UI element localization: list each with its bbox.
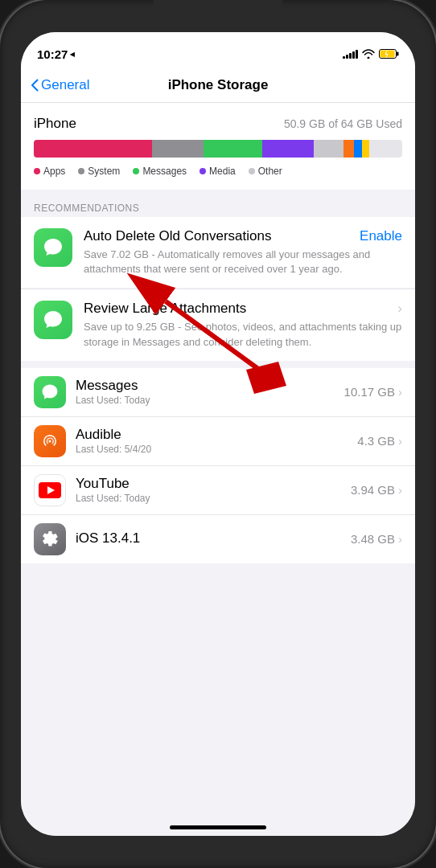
bar-messages <box>204 140 262 158</box>
divider-1 <box>21 362 415 368</box>
battery-icon <box>379 49 399 59</box>
settings-gear-icon <box>40 530 60 549</box>
legend-other: Other <box>249 166 282 177</box>
bar-system <box>152 140 204 158</box>
audible-app-size: 4.3 GB › <box>357 434 402 448</box>
legend-label-messages: Messages <box>142 166 187 177</box>
audible-icon <box>34 425 66 457</box>
messages-icon-svg <box>40 383 60 402</box>
rec-auto-delete-content: Auto Delete Old Conversations Enable Sav… <box>84 228 402 276</box>
ios-app-name: iOS 13.4.1 <box>76 530 341 547</box>
messages-icon <box>34 376 66 408</box>
svg-point-3 <box>49 440 51 442</box>
device-name: iPhone <box>34 116 76 132</box>
legend-system: System <box>78 166 120 177</box>
messages-app-size: 10.17 GB › <box>344 385 402 399</box>
app-item-audible[interactable]: Audible Last Used: 5/4/20 4.3 GB › <box>21 417 415 466</box>
legend-label-apps: Apps <box>43 166 65 177</box>
youtube-app-info: YouTube Last Used: Today <box>76 476 341 504</box>
rec-attachments-desc: Save up to 9.25 GB - See photos, videos,… <box>84 320 402 349</box>
legend-label-media: Media <box>209 166 236 177</box>
rec-attachments-title: Review Large Attachments <box>84 301 246 317</box>
page-title: iPhone Storage <box>168 77 269 93</box>
legend-dot-other <box>249 168 255 174</box>
messages-bubble-icon-2 <box>42 309 64 331</box>
rec-auto-delete-desc: Save 7.02 GB - Automatically removes all… <box>84 248 402 276</box>
messages-app-name: Messages <box>76 378 335 394</box>
legend-dot-apps <box>34 168 40 174</box>
screen: 10:27 ◂ <box>21 32 415 836</box>
messages-last-used: Last Used: Today <box>76 395 335 406</box>
messages-app-icon <box>34 228 72 267</box>
legend-dot-media <box>199 168 206 174</box>
rec-title-row: Auto Delete Old Conversations Enable <box>84 228 402 244</box>
bar-orange <box>343 140 355 158</box>
app-item-messages[interactable]: Messages Last Used: Today 10.17 GB › <box>21 368 415 417</box>
home-indicator <box>170 825 266 829</box>
bar-apps <box>34 140 152 158</box>
youtube-app-size: 3.94 GB › <box>351 483 402 497</box>
chevron-audible: › <box>398 434 402 448</box>
legend-media: Media <box>199 166 236 177</box>
status-bar: 10:27 ◂ <box>21 32 415 68</box>
legend-label-system: System <box>88 166 120 177</box>
legend-messages: Messages <box>133 166 187 177</box>
bar-blue <box>354 140 361 158</box>
messages-app-icon-2 <box>34 301 72 339</box>
storage-legend: Apps System Messages Media <box>34 166 402 177</box>
youtube-last-used: Last Used: Today <box>76 493 341 504</box>
youtube-app-name: YouTube <box>76 476 341 492</box>
bar-other <box>314 140 343 158</box>
storage-header: iPhone 50.9 GB of 64 GB Used <box>34 116 402 132</box>
chevron-messages: › <box>398 385 402 399</box>
bar-media <box>262 140 314 158</box>
notch <box>154 0 282 24</box>
wifi-icon <box>362 49 375 59</box>
rec-attachments-title-row: Review Large Attachments › <box>84 301 402 317</box>
legend-dot-messages <box>133 168 139 174</box>
chevron-ios: › <box>398 532 402 546</box>
rec-card-large-attachments[interactable]: Review Large Attachments › Save up to 9.… <box>21 289 415 360</box>
audible-logo-icon <box>40 432 60 451</box>
audible-last-used: Last Used: 5/4/20 <box>76 444 348 455</box>
back-label: General <box>41 77 89 93</box>
audible-app-name: Audible <box>76 427 348 443</box>
signal-icon <box>343 49 358 59</box>
youtube-logo-icon <box>39 482 61 498</box>
rec-attachments-content: Review Large Attachments › Save up to 9.… <box>84 301 402 349</box>
audible-app-info: Audible Last Used: 5/4/20 <box>76 427 348 455</box>
rec-auto-delete-title: Auto Delete Old Conversations <box>84 228 271 244</box>
recommendations-header: RECOMMENDATIONS <box>21 196 415 217</box>
time-display: 10:27 <box>37 47 68 61</box>
status-icons <box>343 49 399 59</box>
chevron-right-icon: › <box>397 301 402 317</box>
legend-dot-system <box>78 168 84 174</box>
rec-card-auto-delete[interactable]: Auto Delete Old Conversations Enable Sav… <box>21 217 415 288</box>
enable-button[interactable]: Enable <box>360 228 402 244</box>
status-time: 10:27 ◂ <box>37 47 75 61</box>
storage-section: iPhone 50.9 GB of 64 GB Used A <box>21 103 415 190</box>
storage-used-info: 50.9 GB of 64 GB Used <box>284 117 402 130</box>
legend-label-other: Other <box>258 166 282 177</box>
app-item-youtube[interactable]: YouTube Last Used: Today 3.94 GB › <box>21 466 415 515</box>
bar-yellow <box>362 140 369 158</box>
app-item-ios[interactable]: iOS 13.4.1 3.48 GB › <box>21 515 415 563</box>
chevron-youtube: › <box>398 483 402 497</box>
youtube-icon <box>34 474 66 506</box>
messages-bubble-icon <box>42 236 64 259</box>
back-button[interactable]: General <box>31 77 89 93</box>
storage-bar <box>34 140 402 158</box>
app-list: Messages Last Used: Today 10.17 GB › <box>21 368 415 563</box>
messages-app-info: Messages Last Used: Today <box>76 378 335 406</box>
phone-frame: 10:27 ◂ <box>0 0 436 868</box>
content-scroll[interactable]: iPhone 50.9 GB of 64 GB Used A <box>21 103 415 836</box>
ios-app-size: 3.48 GB › <box>351 532 402 546</box>
location-icon: ◂ <box>70 49 75 59</box>
nav-bar: General iPhone Storage <box>21 68 415 103</box>
svg-rect-1 <box>397 52 399 56</box>
legend-apps: Apps <box>34 166 65 177</box>
ios-settings-icon <box>34 523 66 555</box>
ios-app-info: iOS 13.4.1 <box>76 530 341 547</box>
